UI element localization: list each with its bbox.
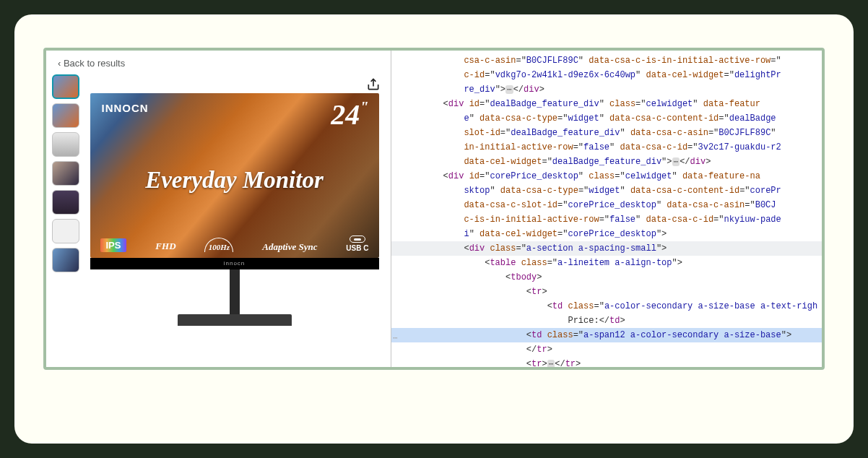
code-line[interactable]: ▶ <div id="dealBadge_feature_div" class=… (391, 97, 822, 111)
code-line[interactable]: sktop" data-csa-c-type="widget" data-csa… (391, 183, 822, 198)
code-line[interactable]: ▶ <td class="a-span12 a-color-secondary … (391, 328, 822, 342)
code-line[interactable]: <td class="a-color-secondary a-size-base… (391, 299, 822, 314)
code-line[interactable]: ▼ <div id="corePrice_desktop" class="cel… (391, 169, 822, 183)
screen-size-label: 24" (331, 98, 368, 131)
thumbnail-1[interactable] (52, 74, 79, 99)
code-line[interactable]: Price:</td> (391, 314, 822, 328)
thumbnail-2[interactable] (52, 103, 79, 128)
code-line[interactable]: ▼ <div class="a-section a-spacing-small"… (391, 241, 822, 256)
thumbnail-6[interactable] (52, 219, 79, 243)
ips-badge: IPS (100, 238, 127, 252)
feature-row: IPS FHD 100Hz Adaptive Sync USB C (100, 236, 369, 252)
product-pane: Back to results (46, 51, 391, 367)
code-line[interactable]: ▼ <tbody> (391, 270, 822, 285)
code-line[interactable]: slot-id="dealBadge_feature_div" data-csa… (391, 126, 822, 140)
code-line[interactable]: ▶ <tr>⋯</tr> (391, 357, 822, 367)
devtools-elements-panel[interactable]: csa-c-asin="B0CJFLF89C" data-csa-c-is-in… (391, 51, 822, 367)
gutter-more-icon[interactable]: ⋯ (393, 331, 398, 345)
brand-logo: INNOCN (102, 102, 149, 114)
code-line[interactable]: e" data-csa-c-type="widget" data-csa-c-c… (391, 111, 822, 126)
code-line[interactable]: data-csa-c-slot-id="corePrice_desktop" d… (391, 198, 822, 212)
code-line[interactable]: ▼ <table class="a-lineitem a-align-top"> (391, 256, 822, 270)
code-line[interactable]: re_div">⋯</div> (391, 82, 822, 97)
thumbnail-4[interactable] (52, 161, 79, 186)
monitor-stand-neck (230, 269, 240, 314)
monitor-render: INNOCN 24" Everyday Monitor IPS FHD 100H… (90, 93, 379, 326)
hero-text: Everyday Monitor (90, 167, 379, 194)
monitor-bezel-brand: innocn (90, 258, 379, 269)
thumbnail-5[interactable] (52, 190, 79, 215)
main-product-image[interactable]: INNOCN 24" Everyday Monitor IPS FHD 100H… (84, 73, 385, 326)
code-line[interactable]: i" data-cel-widget="corePrice_desktop"> (391, 227, 822, 241)
fhd-badge: FHD (155, 241, 175, 252)
thumbnail-3[interactable] (52, 132, 79, 157)
outer-card: Back to results (14, 14, 854, 444)
usbc-badge: USB C (346, 236, 368, 252)
back-to-results-link[interactable]: Back to results (46, 51, 391, 73)
share-icon[interactable] (366, 77, 381, 92)
code-line[interactable]: in-initial-active-row="false" data-csa-c… (391, 140, 822, 155)
adaptive-sync-badge: Adaptive Sync (262, 242, 317, 252)
code-line[interactable]: data-cel-widget="dealBadge_feature_div">… (391, 155, 822, 169)
code-line[interactable]: </tr> (391, 342, 822, 357)
code-line[interactable]: c-id="vdkg7o-2w41kl-d9ez6x-6c40wp" data-… (391, 68, 822, 82)
thumbnail-strip (52, 73, 79, 326)
monitor-stand-base (178, 314, 292, 326)
code-line[interactable]: c-is-in-initial-active-row="false" data-… (391, 212, 822, 227)
code-line[interactable]: csa-c-asin="B0CJFLF89C" data-csa-c-is-in… (391, 53, 822, 68)
code-line[interactable]: ▼ <tr> (391, 285, 822, 299)
hz-badge: 100Hz (204, 238, 233, 252)
split-frame: Back to results (43, 48, 825, 370)
thumbnail-7[interactable] (52, 248, 79, 272)
